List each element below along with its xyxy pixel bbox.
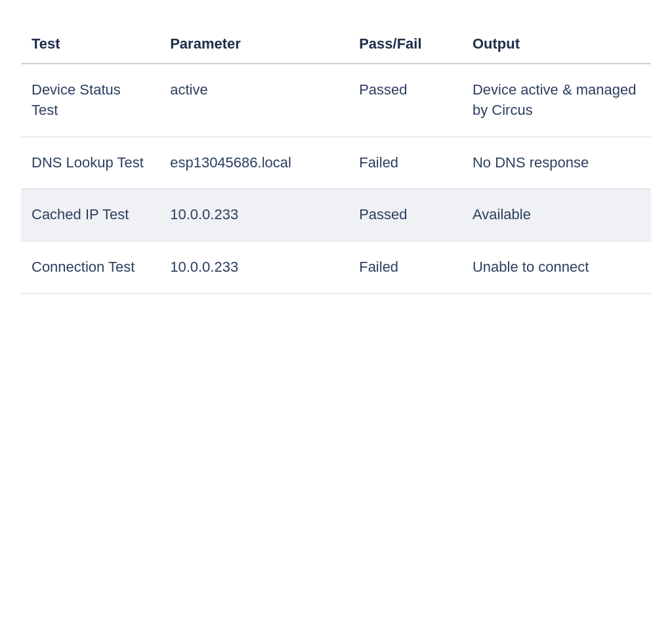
cell-passfail-0: Passed xyxy=(348,64,462,137)
cell-output-2: Available xyxy=(462,189,651,242)
cell-test-3: Connection Test xyxy=(21,242,159,294)
header-output: Output xyxy=(462,26,651,64)
header-passfail: Pass/Fail xyxy=(348,26,462,64)
cell-output-3: Unable to connect xyxy=(462,242,651,294)
cell-parameter-0: active xyxy=(159,64,348,137)
cell-test-1: DNS Lookup Test xyxy=(21,137,159,189)
header-parameter: Parameter xyxy=(159,26,348,64)
cell-passfail-3: Failed xyxy=(348,242,462,294)
cell-passfail-2: Passed xyxy=(348,189,462,242)
table-row: Device Status TestactivePassedDevice act… xyxy=(21,64,651,137)
cell-output-1: No DNS response xyxy=(462,137,651,189)
table-header-row: Test Parameter Pass/Fail Output xyxy=(21,26,651,64)
table-row: Connection Test10.0.0.233FailedUnable to… xyxy=(21,242,651,294)
cell-test-0: Device Status Test xyxy=(21,64,159,137)
cell-output-0: Device active & managed by Circus xyxy=(462,64,651,137)
cell-passfail-1: Failed xyxy=(348,137,462,189)
header-test: Test xyxy=(21,26,159,64)
table-row: DNS Lookup Testesp13045686.localFailedNo… xyxy=(21,137,651,189)
diagnostics-table: Test Parameter Pass/Fail Output Device S… xyxy=(21,26,651,294)
cell-parameter-1: esp13045686.local xyxy=(159,137,348,189)
diagnostics-table-container: Test Parameter Pass/Fail Output Device S… xyxy=(21,26,651,294)
table-body: Device Status TestactivePassedDevice act… xyxy=(21,64,651,293)
cell-parameter-3: 10.0.0.233 xyxy=(159,242,348,294)
table-row: Cached IP Test10.0.0.233PassedAvailable xyxy=(21,189,651,242)
cell-test-2: Cached IP Test xyxy=(21,189,159,242)
cell-parameter-2: 10.0.0.233 xyxy=(159,189,348,242)
